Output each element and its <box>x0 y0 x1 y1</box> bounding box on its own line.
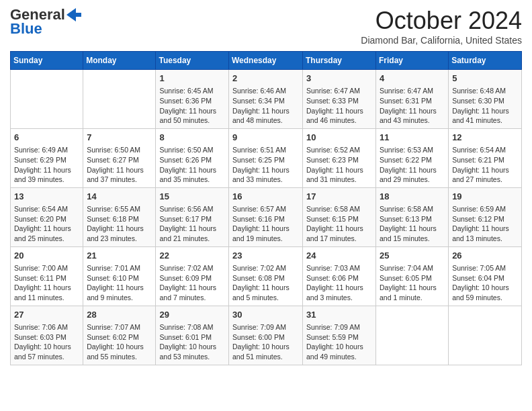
day-number: 25 <box>380 250 445 262</box>
calendar-cell: 29Sunrise: 7:08 AM Sunset: 6:01 PM Dayli… <box>156 306 229 365</box>
day-number: 19 <box>452 191 518 203</box>
day-number: 11 <box>380 132 445 144</box>
logo-arrow-icon <box>66 8 81 21</box>
calendar-cell: 21Sunrise: 7:01 AM Sunset: 6:10 PM Dayli… <box>83 246 156 306</box>
day-content: Sunrise: 6:54 AM Sunset: 6:21 PM Dayligh… <box>452 145 518 185</box>
calendar-cell: 24Sunrise: 7:03 AM Sunset: 6:06 PM Dayli… <box>303 246 376 306</box>
calendar-cell: 12Sunrise: 6:54 AM Sunset: 6:21 PM Dayli… <box>449 128 522 187</box>
day-content: Sunrise: 6:48 AM Sunset: 6:30 PM Dayligh… <box>452 86 518 126</box>
day-number: 18 <box>380 191 445 203</box>
calendar-cell: 9Sunrise: 6:51 AM Sunset: 6:25 PM Daylig… <box>229 128 303 187</box>
day-number: 4 <box>380 73 445 85</box>
day-number: 21 <box>87 250 152 262</box>
calendar-cell: 10Sunrise: 6:52 AM Sunset: 6:23 PM Dayli… <box>303 128 376 187</box>
calendar-week-row: 1Sunrise: 6:45 AM Sunset: 6:36 PM Daylig… <box>11 70 522 129</box>
day-number: 22 <box>159 250 225 262</box>
calendar-cell: 7Sunrise: 6:50 AM Sunset: 6:27 PM Daylig… <box>83 128 156 187</box>
day-content: Sunrise: 7:05 AM Sunset: 6:04 PM Dayligh… <box>452 263 518 303</box>
calendar-cell: 22Sunrise: 7:02 AM Sunset: 6:09 PM Dayli… <box>156 246 229 306</box>
day-content: Sunrise: 6:49 AM Sunset: 6:29 PM Dayligh… <box>14 145 79 185</box>
calendar-cell: 28Sunrise: 7:07 AM Sunset: 6:02 PM Dayli… <box>83 306 156 365</box>
day-content: Sunrise: 6:45 AM Sunset: 6:36 PM Dayligh… <box>159 86 225 126</box>
day-content: Sunrise: 7:06 AM Sunset: 6:03 PM Dayligh… <box>14 322 79 362</box>
day-number: 13 <box>14 191 79 203</box>
calendar-cell <box>11 70 83 129</box>
day-content: Sunrise: 6:47 AM Sunset: 6:31 PM Dayligh… <box>380 86 445 126</box>
calendar-cell: 3Sunrise: 6:47 AM Sunset: 6:33 PM Daylig… <box>303 70 376 129</box>
day-content: Sunrise: 7:09 AM Sunset: 6:00 PM Dayligh… <box>232 322 299 362</box>
day-number: 8 <box>159 132 225 144</box>
svg-marker-0 <box>66 8 81 21</box>
day-content: Sunrise: 6:51 AM Sunset: 6:25 PM Dayligh… <box>232 145 299 185</box>
calendar-cell: 23Sunrise: 7:02 AM Sunset: 6:08 PM Dayli… <box>229 246 303 306</box>
calendar-header-row: SundayMondayTuesdayWednesdayThursdayFrid… <box>11 52 522 70</box>
day-content: Sunrise: 6:46 AM Sunset: 6:34 PM Dayligh… <box>232 86 299 126</box>
page-header: General Blue October 2024 Diamond Bar, C… <box>10 7 522 46</box>
calendar-day-header: Wednesday <box>229 52 303 70</box>
day-number: 5 <box>452 73 518 85</box>
day-number: 3 <box>306 73 372 85</box>
day-content: Sunrise: 7:01 AM Sunset: 6:10 PM Dayligh… <box>87 263 152 303</box>
day-content: Sunrise: 7:02 AM Sunset: 6:09 PM Dayligh… <box>159 263 225 303</box>
day-number: 16 <box>232 191 299 203</box>
day-content: Sunrise: 6:57 AM Sunset: 6:16 PM Dayligh… <box>232 204 299 244</box>
day-number: 27 <box>14 309 79 321</box>
day-content: Sunrise: 6:53 AM Sunset: 6:22 PM Dayligh… <box>380 145 445 185</box>
day-content: Sunrise: 7:09 AM Sunset: 5:59 PM Dayligh… <box>306 322 372 362</box>
day-content: Sunrise: 6:50 AM Sunset: 6:27 PM Dayligh… <box>87 145 152 185</box>
logo-text-blue: Blue <box>10 20 42 38</box>
day-number: 30 <box>232 309 299 321</box>
day-content: Sunrise: 6:52 AM Sunset: 6:23 PM Dayligh… <box>306 145 372 185</box>
day-number: 2 <box>232 73 299 85</box>
calendar-cell: 25Sunrise: 7:04 AM Sunset: 6:05 PM Dayli… <box>376 246 449 306</box>
calendar-cell: 31Sunrise: 7:09 AM Sunset: 5:59 PM Dayli… <box>303 306 376 365</box>
calendar-cell: 13Sunrise: 6:54 AM Sunset: 6:20 PM Dayli… <box>11 187 83 246</box>
calendar-cell: 8Sunrise: 6:50 AM Sunset: 6:26 PM Daylig… <box>156 128 229 187</box>
day-number: 14 <box>87 191 152 203</box>
calendar-cell: 27Sunrise: 7:06 AM Sunset: 6:03 PM Dayli… <box>11 306 83 365</box>
calendar-cell: 18Sunrise: 6:58 AM Sunset: 6:13 PM Dayli… <box>376 187 449 246</box>
calendar-day-header: Tuesday <box>156 52 229 70</box>
calendar-cell: 16Sunrise: 6:57 AM Sunset: 6:16 PM Dayli… <box>229 187 303 246</box>
calendar-cell: 15Sunrise: 6:56 AM Sunset: 6:17 PM Dayli… <box>156 187 229 246</box>
day-content: Sunrise: 7:04 AM Sunset: 6:05 PM Dayligh… <box>380 263 445 303</box>
day-content: Sunrise: 6:59 AM Sunset: 6:12 PM Dayligh… <box>452 204 518 244</box>
day-number: 28 <box>87 309 152 321</box>
calendar-cell: 2Sunrise: 6:46 AM Sunset: 6:34 PM Daylig… <box>229 70 303 129</box>
calendar-cell: 17Sunrise: 6:58 AM Sunset: 6:15 PM Dayli… <box>303 187 376 246</box>
logo: General Blue <box>10 7 81 38</box>
calendar-cell: 26Sunrise: 7:05 AM Sunset: 6:04 PM Dayli… <box>449 246 522 306</box>
day-content: Sunrise: 6:58 AM Sunset: 6:15 PM Dayligh… <box>306 204 372 244</box>
day-content: Sunrise: 7:03 AM Sunset: 6:06 PM Dayligh… <box>306 263 372 303</box>
day-number: 17 <box>306 191 372 203</box>
calendar-cell: 11Sunrise: 6:53 AM Sunset: 6:22 PM Dayli… <box>376 128 449 187</box>
calendar-cell <box>449 306 522 365</box>
calendar-week-row: 6Sunrise: 6:49 AM Sunset: 6:29 PM Daylig… <box>11 128 522 187</box>
calendar-cell: 6Sunrise: 6:49 AM Sunset: 6:29 PM Daylig… <box>11 128 83 187</box>
day-content: Sunrise: 6:58 AM Sunset: 6:13 PM Dayligh… <box>380 204 445 244</box>
calendar-day-header: Friday <box>376 52 449 70</box>
day-number: 24 <box>306 250 372 262</box>
calendar-week-row: 20Sunrise: 7:00 AM Sunset: 6:11 PM Dayli… <box>11 246 522 306</box>
day-number: 9 <box>232 132 299 144</box>
day-content: Sunrise: 7:00 AM Sunset: 6:11 PM Dayligh… <box>14 263 79 303</box>
day-number: 7 <box>87 132 152 144</box>
calendar-week-row: 13Sunrise: 6:54 AM Sunset: 6:20 PM Dayli… <box>11 187 522 246</box>
calendar-cell: 1Sunrise: 6:45 AM Sunset: 6:36 PM Daylig… <box>156 70 229 129</box>
day-number: 1 <box>159 73 225 85</box>
day-content: Sunrise: 6:47 AM Sunset: 6:33 PM Dayligh… <box>306 86 372 126</box>
calendar-day-header: Sunday <box>11 52 83 70</box>
day-number: 26 <box>452 250 518 262</box>
calendar-cell: 30Sunrise: 7:09 AM Sunset: 6:00 PM Dayli… <box>229 306 303 365</box>
day-content: Sunrise: 7:07 AM Sunset: 6:02 PM Dayligh… <box>87 322 152 362</box>
day-content: Sunrise: 6:50 AM Sunset: 6:26 PM Dayligh… <box>159 145 225 185</box>
calendar-cell <box>376 306 449 365</box>
day-number: 31 <box>306 309 372 321</box>
day-number: 15 <box>159 191 225 203</box>
calendar-cell: 19Sunrise: 6:59 AM Sunset: 6:12 PM Dayli… <box>449 187 522 246</box>
day-content: Sunrise: 7:02 AM Sunset: 6:08 PM Dayligh… <box>232 263 299 303</box>
calendar-day-header: Saturday <box>449 52 522 70</box>
day-number: 29 <box>159 309 225 321</box>
title-block: October 2024 Diamond Bar, California, Un… <box>361 7 522 46</box>
day-content: Sunrise: 6:55 AM Sunset: 6:18 PM Dayligh… <box>87 204 152 244</box>
